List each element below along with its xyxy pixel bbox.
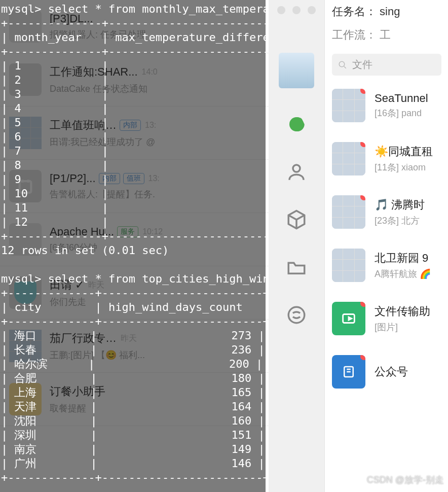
svg-point-2 xyxy=(293,165,300,172)
avatar xyxy=(332,195,365,229)
avatar xyxy=(332,142,365,175)
folder-icon[interactable] xyxy=(285,256,308,279)
contact-item[interactable]: 文件传输助[图片] xyxy=(325,292,448,345)
contact-sub: [16条] pand xyxy=(375,107,428,119)
contacts-panel: 任务名： sing 工作流： 工 文件 SeaTunnel[16条] pand … xyxy=(324,0,448,492)
window-controls[interactable] xyxy=(269,6,324,14)
unread-dot xyxy=(360,195,365,200)
sidebar-dock xyxy=(269,0,324,492)
unread-dot xyxy=(360,89,365,94)
search-icon xyxy=(338,60,347,69)
contact-title: 文件传输助 xyxy=(375,304,430,319)
search-placeholder: 文件 xyxy=(352,58,372,72)
unread-dot xyxy=(360,142,365,147)
dock-avatar[interactable] xyxy=(279,53,314,88)
contact-item[interactable]: 北卫新园 9A腾轩航旅 🌈 xyxy=(325,238,448,292)
avatar xyxy=(332,89,365,122)
contact-title: 公众号 xyxy=(375,364,408,379)
contact-item[interactable]: 公众号 xyxy=(325,345,448,398)
svg-point-4 xyxy=(339,61,345,67)
unread-dot xyxy=(360,302,365,307)
svg-point-3 xyxy=(288,307,305,323)
task-info-line: 任务名： sing xyxy=(325,0,448,23)
avatar xyxy=(332,249,365,282)
contact-sub: [11条] xiaom xyxy=(375,161,433,173)
chat-icon[interactable] xyxy=(285,113,308,136)
terminal-output[interactable]: mysql> select * from monthly_max_tempera… xyxy=(0,0,266,492)
contact-sub: A腾轩航旅 🌈 xyxy=(375,268,431,280)
contact-title: SeaTunnel xyxy=(375,92,428,105)
svg-point-1 xyxy=(289,117,304,131)
contact-sub: [23条] 北方 xyxy=(375,215,425,227)
search-input[interactable]: 文件 xyxy=(332,54,441,76)
task-info-line: 工作流： 工 xyxy=(325,23,448,47)
contact-item[interactable]: 🎵 沸腾时[23条] 北方 xyxy=(325,185,448,238)
avatar xyxy=(332,302,365,335)
box-icon[interactable] xyxy=(285,208,308,231)
contact-title: ☀️同城直租 xyxy=(375,144,433,159)
contact-title: 北卫新园 9 xyxy=(375,251,431,266)
contact-item[interactable]: ☀️同城直租[11条] xiaom xyxy=(325,132,448,185)
avatar xyxy=(332,355,365,389)
unread-dot xyxy=(360,355,365,360)
watermark: CSDN @放学-别走 xyxy=(367,474,444,486)
contact-sub: [图片] xyxy=(375,321,430,333)
contact-title: 🎵 沸腾时 xyxy=(375,197,425,213)
contacts-icon[interactable] xyxy=(285,160,308,184)
link-icon[interactable] xyxy=(285,303,308,327)
contact-item[interactable]: SeaTunnel[16条] pand xyxy=(325,79,448,132)
